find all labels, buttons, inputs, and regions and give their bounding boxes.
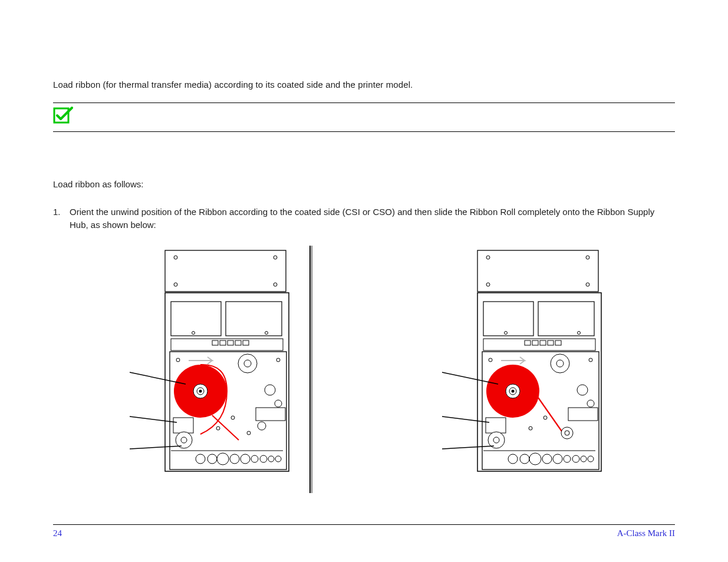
svg-point-36 (196, 454, 205, 464)
page-number: 24 (53, 528, 62, 538)
svg-point-30 (275, 400, 282, 407)
svg-point-25 (199, 389, 202, 392)
svg-rect-65 (540, 340, 546, 345)
page-footer: 24 A-Class Mark II (53, 524, 675, 538)
svg-point-87 (520, 454, 529, 464)
figure-cso (436, 246, 619, 495)
svg-point-37 (207, 454, 217, 464)
svg-rect-52 (477, 250, 598, 292)
svg-rect-63 (525, 340, 531, 345)
svg-point-39 (230, 454, 239, 464)
svg-rect-10 (226, 302, 282, 336)
svg-rect-14 (212, 340, 218, 345)
svg-rect-13 (171, 339, 283, 351)
svg-point-44 (275, 456, 281, 462)
svg-rect-33 (173, 418, 193, 433)
svg-point-74 (512, 389, 515, 392)
svg-rect-64 (532, 340, 538, 345)
svg-rect-17 (235, 340, 241, 345)
svg-point-43 (268, 456, 274, 462)
svg-point-29 (265, 385, 275, 395)
svg-point-90 (553, 454, 562, 464)
svg-point-91 (564, 455, 571, 462)
svg-point-78 (577, 385, 588, 395)
note-box (53, 103, 675, 132)
svg-rect-9 (171, 302, 221, 336)
step-1-number: 1. (53, 206, 70, 219)
svg-point-94 (588, 456, 594, 462)
svg-point-28 (244, 360, 251, 367)
svg-rect-66 (548, 340, 554, 345)
svg-rect-62 (483, 339, 595, 351)
footer-model: A-Class Mark II (617, 528, 675, 538)
svg-point-38 (217, 453, 229, 465)
svg-point-41 (251, 455, 258, 462)
intro-paragraph: Load ribbon (for thermal transfer media)… (53, 80, 675, 90)
svg-point-85 (493, 437, 499, 443)
svg-rect-15 (220, 340, 226, 345)
svg-point-82 (565, 431, 569, 435)
svg-rect-80 (568, 408, 598, 421)
figure-csi (124, 246, 312, 495)
svg-rect-67 (555, 340, 561, 345)
svg-rect-58 (483, 302, 533, 336)
lead-text: Load ribbon as follows: (53, 179, 675, 189)
svg-rect-83 (486, 418, 506, 433)
check-icon (53, 107, 73, 127)
svg-rect-31 (256, 408, 285, 421)
svg-point-89 (542, 454, 552, 464)
svg-point-40 (241, 454, 250, 464)
step-1-body: Orient the unwind position of the Ribbon… (70, 207, 654, 230)
svg-point-77 (556, 360, 564, 367)
svg-point-32 (258, 422, 266, 430)
svg-point-79 (587, 400, 594, 407)
svg-point-35 (181, 437, 187, 443)
svg-rect-18 (243, 340, 249, 345)
svg-point-86 (508, 454, 518, 464)
svg-rect-3 (165, 250, 286, 292)
svg-point-88 (529, 453, 541, 465)
svg-rect-16 (228, 340, 233, 345)
svg-point-93 (581, 456, 587, 462)
svg-point-92 (572, 455, 579, 462)
svg-point-42 (260, 455, 267, 462)
svg-rect-59 (538, 302, 594, 336)
step-1: 1.Orient the unwind position of the Ribb… (53, 206, 675, 232)
